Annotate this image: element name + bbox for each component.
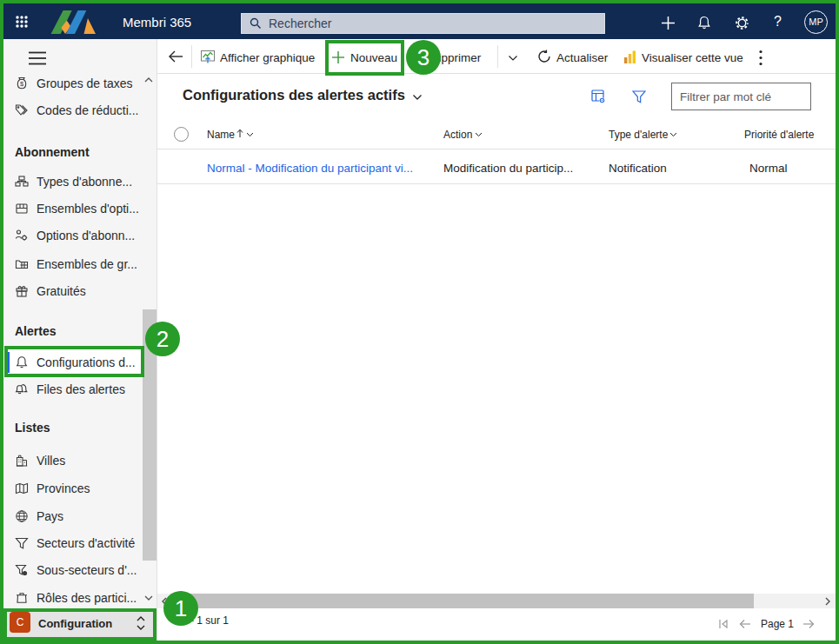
svg-text:$: $	[20, 80, 24, 88]
